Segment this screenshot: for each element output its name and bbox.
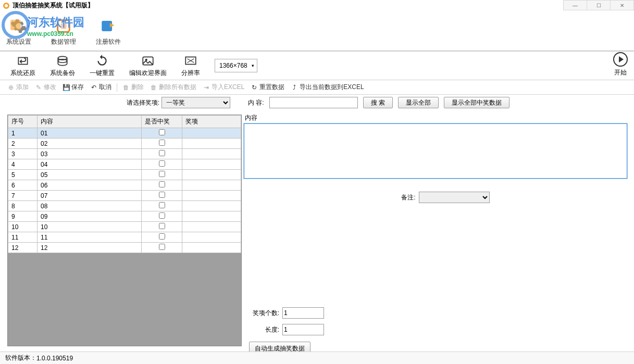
delete-button[interactable]: 🗑删除 [120, 82, 146, 93]
edit-icon: ✎ [35, 84, 42, 91]
win-checkbox[interactable] [159, 223, 165, 229]
export-excel-button[interactable]: ⤴导出当前数据到EXCEL [289, 82, 366, 93]
win-checkbox[interactable] [159, 129, 165, 135]
prize-count-input[interactable] [282, 307, 324, 319]
reset-icon [95, 54, 109, 68]
svg-rect-5 [60, 23, 66, 29]
data-table[interactable]: 序号 内容 是否中奖 奖项 10120230340450560670780890… [8, 115, 241, 253]
version-value: 1.0.0.190519 [36, 355, 73, 362]
length-input[interactable] [282, 324, 324, 335]
win-checkbox[interactable] [159, 140, 165, 146]
tab-register[interactable]: 注册软件 [94, 17, 123, 46]
win-checkbox[interactable] [159, 202, 165, 208]
content-filter-label: 内 容: [248, 98, 264, 107]
trash-all-icon: 🗑 [150, 84, 157, 91]
resolution-select[interactable]: 1366×768 [215, 59, 257, 72]
toolbar-main: 系统还原 系统备份 一键重置 编辑欢迎界面 分辨率 1366×768 [0, 51, 634, 80]
table-row[interactable]: 1111 [8, 232, 241, 243]
win-checkbox[interactable] [159, 181, 165, 187]
one-key-reset-button[interactable]: 一键重置 [90, 54, 115, 78]
win-checkbox[interactable] [159, 150, 165, 156]
filter-row: 请选择奖项: 一等奖 内 容: 搜 索 显示全部 显示全部中奖数据 [0, 95, 634, 110]
table-row[interactable]: 606 [8, 180, 241, 191]
status-bar: 软件版本： 1.0.0.190519 [0, 352, 634, 364]
reset-data-button[interactable]: ↻重置数据 [248, 82, 287, 93]
cancel-button[interactable]: ↶取消 [88, 82, 114, 93]
export-icon: ⤴ [291, 84, 298, 91]
play-icon [613, 52, 628, 67]
register-icon [99, 17, 118, 35]
delete-all-button[interactable]: 🗑删除所有数据 [148, 82, 198, 93]
image-icon [141, 54, 155, 68]
search-button[interactable]: 搜 索 [363, 97, 393, 108]
resolution-button[interactable]: 分辨率 [181, 54, 200, 78]
svg-rect-7 [18, 57, 27, 64]
modify-button[interactable]: ✎修改 [33, 82, 58, 93]
save-button[interactable]: 💾保存 [60, 82, 86, 93]
toolbar-edit: ⊕添加 ✎修改 💾保存 ↶取消 🗑删除 🗑删除所有数据 ⇥导入EXCEL ↻重置… [0, 80, 634, 95]
show-winners-button[interactable]: 显示全部中奖数据 [444, 97, 509, 108]
save-icon: 💾 [63, 84, 70, 91]
trash-icon: 🗑 [122, 84, 130, 91]
table-row[interactable]: 202 [8, 139, 241, 149]
win-checkbox[interactable] [159, 212, 165, 219]
table-row[interactable]: 1010 [8, 222, 241, 232]
tab-data-manage[interactable]: 数据管理 [49, 17, 78, 46]
table-row[interactable]: 101 [8, 128, 241, 139]
content-textarea[interactable] [244, 123, 627, 179]
backup-icon [56, 54, 69, 68]
tab-system-settings[interactable]: 系统设置 [4, 17, 33, 46]
table-row[interactable]: 505 [8, 170, 241, 180]
gear-icon [9, 17, 28, 35]
resolution-icon [184, 54, 197, 68]
system-backup-button[interactable]: 系统备份 [50, 54, 75, 78]
win-checkbox[interactable] [159, 233, 165, 240]
table-row[interactable]: 1212 [8, 243, 241, 253]
data-table-panel: 序号 内容 是否中奖 奖项 10120230340450560670780890… [7, 115, 242, 346]
main-area: 序号 内容 是否中奖 奖项 10120230340450560670780890… [0, 114, 634, 350]
win-checkbox[interactable] [159, 192, 165, 198]
col-seq[interactable]: 序号 [8, 116, 38, 128]
prize-count-label: 奖项个数: [244, 309, 279, 318]
title-bar: 顶伯抽签抽奖系统【试用版】 — ☐ ✕ [0, 0, 634, 11]
window-title: 顶伯抽签抽奖系统【试用版】 [13, 1, 94, 10]
table-row[interactable]: 808 [8, 201, 241, 211]
show-all-button[interactable]: 显示全部 [398, 97, 439, 108]
maximize-button[interactable]: ☐ [587, 0, 611, 10]
import-excel-button[interactable]: ⇥导入EXCEL [201, 82, 246, 93]
prize-select[interactable]: 一等奖 [161, 97, 230, 108]
start-button[interactable]: 开始 [613, 52, 628, 77]
col-iswin[interactable]: 是否中奖 [142, 116, 182, 128]
detail-panel: 内容 备注: 奖项个数: 长度: 自动生成抽奖数据 [244, 114, 634, 350]
col-content[interactable]: 内容 [38, 116, 142, 128]
import-icon: ⇥ [203, 84, 210, 91]
edit-welcome-button[interactable]: 编辑欢迎界面 [129, 54, 167, 78]
close-button[interactable]: ✕ [610, 0, 634, 10]
length-label: 长度: [244, 325, 279, 334]
minimize-button[interactable]: — [563, 0, 587, 10]
restore-icon [16, 54, 30, 68]
add-button[interactable]: ⊕添加 [5, 82, 31, 93]
ribbon: 系统设置 数据管理 注册软件 [0, 11, 634, 51]
table-row[interactable]: 303 [8, 149, 241, 159]
data-icon [54, 17, 73, 35]
remark-select[interactable] [419, 192, 490, 203]
undo-icon: ↶ [90, 84, 97, 91]
app-icon [2, 2, 10, 10]
win-checkbox[interactable] [159, 244, 165, 250]
refresh-icon: ↻ [251, 84, 258, 91]
remark-label: 备注: [383, 193, 416, 202]
plus-icon: ⊕ [7, 84, 15, 91]
win-checkbox[interactable] [159, 160, 165, 167]
content-label: 内容 [245, 114, 629, 122]
search-input[interactable] [269, 97, 358, 108]
table-row[interactable]: 909 [8, 211, 241, 222]
svg-point-1 [5, 4, 8, 7]
version-label: 软件版本： [5, 354, 36, 362]
win-checkbox[interactable] [159, 171, 165, 177]
select-prize-label: 请选择奖项: [127, 98, 159, 107]
system-restore-button[interactable]: 系统还原 [10, 54, 35, 78]
table-row[interactable]: 404 [8, 159, 241, 170]
col-prize[interactable]: 奖项 [182, 116, 241, 128]
table-row[interactable]: 707 [8, 191, 241, 201]
